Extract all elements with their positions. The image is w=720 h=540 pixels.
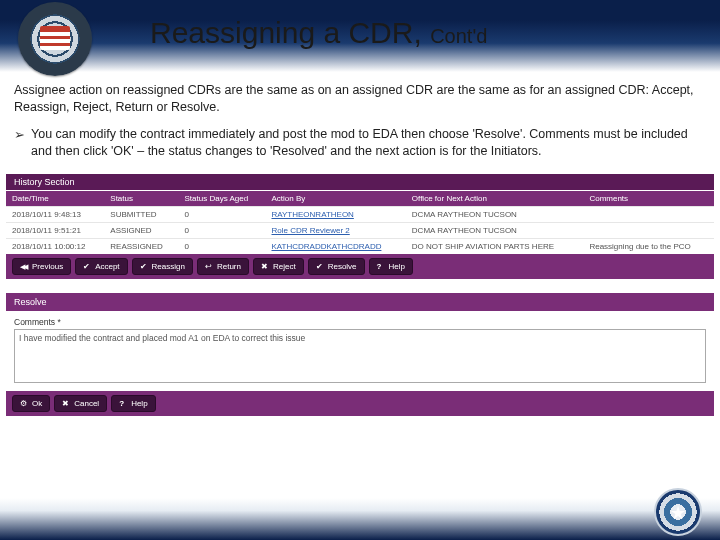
cell-aged: 0 — [179, 206, 266, 222]
cell-comments — [583, 206, 714, 222]
col-comments: Comments — [583, 190, 714, 206]
btn-label: Ok — [32, 399, 42, 408]
cell-office: DCMA RAYTHEON TUCSON — [406, 206, 584, 222]
btn-label: Reject — [273, 262, 296, 271]
btn-label: Help — [389, 262, 405, 271]
confirm-button-row: Ok Cancel Help — [6, 391, 714, 416]
x-icon — [62, 399, 70, 407]
cell-dt: 2018/10/11 9:51:21 — [6, 222, 104, 238]
cell-aged: 0 — [179, 238, 266, 254]
title-main: Reassigning a CDR, — [150, 16, 422, 49]
table-row: 2018/10/11 9:48:13 SUBMITTED 0 RAYTHEONR… — [6, 206, 714, 222]
previous-button[interactable]: Previous — [12, 258, 71, 275]
btn-label: Reassign — [152, 262, 185, 271]
resolve-panel-header: Resolve — [6, 293, 714, 311]
cancel-button[interactable]: Cancel — [54, 395, 107, 412]
check-icon — [83, 262, 91, 270]
btn-label: Accept — [95, 262, 119, 271]
bullet-arrow-icon: ➢ — [14, 126, 25, 160]
page-title: Reassigning a CDR, Cont'd — [150, 16, 487, 50]
history-header-row: Date/Time Status Status Days Aged Action… — [6, 190, 714, 206]
intro-paragraph: Assignee action on reassigned CDRs are t… — [14, 82, 706, 116]
col-actionby: Action By — [266, 190, 406, 206]
cell-actionby-link[interactable]: Role CDR Reviewer 2 — [266, 222, 406, 238]
cell-comments: Reassigning due to the PCO — [583, 238, 714, 254]
cell-status: REASSIGNED — [104, 238, 178, 254]
bullet-text: You can modify the contract immediately … — [31, 126, 706, 160]
history-table: Date/Time Status Status Days Aged Action… — [6, 190, 714, 254]
help-icon — [377, 262, 385, 270]
chevron-left-icon — [20, 262, 28, 270]
help-button[interactable]: Help — [369, 258, 413, 275]
help-icon — [119, 399, 127, 407]
title-sub: Cont'd — [430, 25, 487, 47]
x-icon — [261, 262, 269, 270]
cell-office: DCMA RAYTHEON TUCSON — [406, 222, 584, 238]
footer-bar — [0, 498, 720, 540]
body-text: Assignee action on reassigned CDRs are t… — [0, 72, 720, 174]
cell-actionby-link[interactable]: RAYTHEONRATHEON — [266, 206, 406, 222]
cell-office: DO NOT SHIP AVIATION PARTS HERE — [406, 238, 584, 254]
check-icon — [316, 262, 324, 270]
cell-actionby-link[interactable]: KATHCDRADDKATHCDRADD — [266, 238, 406, 254]
cell-status: SUBMITTED — [104, 206, 178, 222]
resolve-button[interactable]: Resolve — [308, 258, 365, 275]
col-aged: Status Days Aged — [179, 190, 266, 206]
bullet-item: ➢ You can modify the contract immediatel… — [14, 126, 706, 160]
cell-aged: 0 — [179, 222, 266, 238]
btn-label: Resolve — [328, 262, 357, 271]
ok-button[interactable]: Ok — [12, 395, 50, 412]
table-row: 2018/10/11 10:00:12 REASSIGNED 0 KATHCDR… — [6, 238, 714, 254]
cell-status: ASSIGNED — [104, 222, 178, 238]
cell-dt: 2018/10/11 9:48:13 — [6, 206, 104, 222]
comments-label: Comments * — [14, 317, 706, 327]
agency-seal-icon — [18, 2, 92, 76]
check-icon — [140, 262, 148, 270]
cell-comments — [583, 222, 714, 238]
return-button[interactable]: Return — [197, 258, 249, 275]
btn-label: Return — [217, 262, 241, 271]
col-office: Office for Next Action — [406, 190, 584, 206]
action-button-row: Previous Accept Reassign Return Reject R… — [6, 254, 714, 279]
app-screenshot: History Section Date/Time Status Status … — [6, 174, 714, 416]
btn-label: Cancel — [74, 399, 99, 408]
btn-label: Previous — [32, 262, 63, 271]
col-datetime: Date/Time — [6, 190, 104, 206]
btn-label: Help — [131, 399, 147, 408]
dod-seal-icon — [654, 488, 702, 536]
reject-button[interactable]: Reject — [253, 258, 304, 275]
history-section-header: History Section — [6, 174, 714, 190]
table-row: 2018/10/11 9:51:21 ASSIGNED 0 Role CDR R… — [6, 222, 714, 238]
comments-textarea[interactable] — [14, 329, 706, 383]
help-button-2[interactable]: Help — [111, 395, 155, 412]
col-status: Status — [104, 190, 178, 206]
slide-header: Reassigning a CDR, Cont'd — [0, 0, 720, 72]
return-icon — [205, 262, 213, 270]
reassign-button[interactable]: Reassign — [132, 258, 193, 275]
accept-button[interactable]: Accept — [75, 258, 127, 275]
gear-icon — [20, 399, 28, 407]
comments-block: Comments * — [6, 311, 714, 391]
cell-dt: 2018/10/11 10:00:12 — [6, 238, 104, 254]
